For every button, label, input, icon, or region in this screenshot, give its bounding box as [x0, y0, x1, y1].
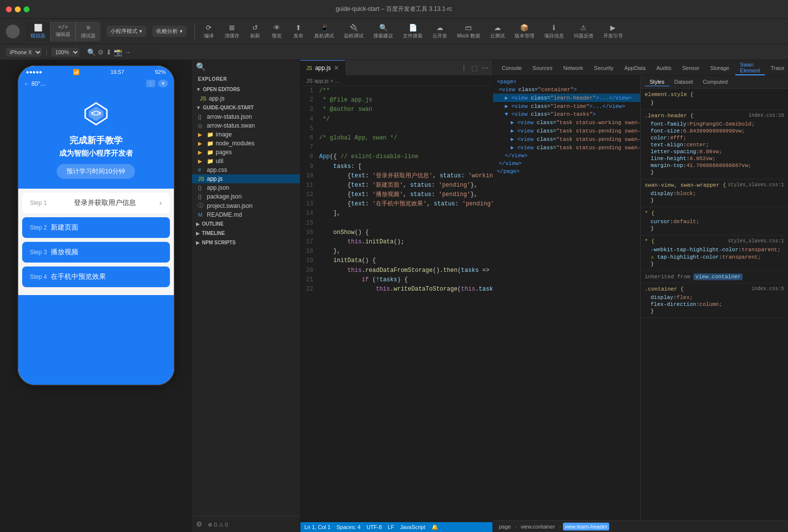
version-mgmt-button[interactable]: 📦 版本管理: [511, 22, 538, 41]
search-icon[interactable]: 🔍: [194, 61, 208, 73]
tab-dataset[interactable]: Dataset: [669, 78, 698, 86]
folder-node-modules[interactable]: ▶ 📁 node_modules: [192, 139, 300, 148]
tab-appjs[interactable]: JS app.js ✕: [300, 60, 345, 75]
file-arrow-status-swan[interactable]: ◇ arrow-status.swan: [192, 121, 300, 130]
chevron-right-icon: ▶: [196, 231, 200, 236]
tab-sources[interactable]: Sources: [527, 60, 557, 75]
remote-debug-button[interactable]: 🔌 远程调试: [340, 22, 367, 41]
tab-computed[interactable]: Computed: [698, 78, 733, 86]
mode-dropdown[interactable]: 小程序模式 ▾: [106, 26, 146, 37]
folder-icon2: 📁: [207, 132, 214, 138]
avatar[interactable]: [6, 25, 20, 38]
breadcrumb-learn-header[interactable]: view.learn-header: [563, 523, 610, 531]
npm-scripts-toggle[interactable]: ▶ NPM SCRIPTS: [192, 238, 300, 247]
dom-line-close-container[interactable]: </view>: [493, 160, 640, 167]
css-file-icon: #: [198, 167, 205, 173]
close-icon[interactable]: ✕: [158, 80, 168, 87]
open-editors-toggle[interactable]: ▼ OPEN EDITORS: [192, 85, 300, 94]
split-editor-icon[interactable]: ⋮: [460, 64, 467, 72]
simulator-button[interactable]: ⬜ 模拟器: [26, 22, 51, 41]
more-icon[interactable]: ⋯: [482, 64, 489, 72]
step-item-1[interactable]: Step 1 登录并获取用户信息 ›: [22, 193, 170, 213]
settings-icon[interactable]: ⚙: [196, 520, 202, 528]
chevron-down-icon: ▾: [139, 28, 142, 34]
publish-button[interactable]: ⬆ 发布: [289, 22, 308, 41]
cloud-dev-button[interactable]: ☁ 云开发: [428, 22, 451, 41]
layout-icon[interactable]: ⬚: [471, 64, 478, 72]
folder-image[interactable]: ▶ 📁 image: [192, 130, 300, 139]
tab-sensor[interactable]: Sensor: [677, 60, 704, 75]
issues-button[interactable]: ⚠ 问题反馈: [570, 22, 597, 41]
tab-trace[interactable]: Trace: [766, 60, 788, 75]
deps-dropdown[interactable]: 依赖分析 ▾: [152, 26, 187, 37]
window-title: guide-quick-start – 百度开发者工具 3.13.1-rc: [336, 5, 453, 13]
file-app-json[interactable]: {} app.json: [192, 183, 300, 192]
dom-line-task-1[interactable]: ▶ <view class="task status-pending swan-…: [493, 127, 640, 135]
dom-line-task-3[interactable]: ▶ <view class="task status-pending swan-…: [493, 143, 640, 152]
project-toggle[interactable]: ▼ GUIDE-QUICK-START: [192, 103, 300, 112]
tab-swan-element[interactable]: Swan Element: [735, 60, 765, 75]
tab-styles[interactable]: Styles: [645, 78, 669, 86]
tab-security[interactable]: Security: [589, 60, 619, 75]
fullscreen-button[interactable]: [24, 6, 30, 12]
close-button[interactable]: [6, 6, 12, 12]
dom-line-page[interactable]: <page>: [493, 78, 640, 86]
dom-line-learn-time[interactable]: ▶ <view class="learn-time">...</view>: [493, 102, 640, 110]
file-app-css[interactable]: # app.css: [192, 166, 300, 174]
preview-button[interactable]: 👁 预览: [267, 22, 287, 41]
tab-audits[interactable]: Audits: [652, 60, 677, 75]
file-search-button[interactable]: 📄 文件搜索: [399, 22, 427, 41]
real-debug-button[interactable]: 📱 真机调试: [310, 22, 338, 41]
file-project-swan-json[interactable]: ⓘ project.swan.json: [192, 201, 300, 210]
mock-data-button[interactable]: 🗃 Mock 数据: [453, 22, 484, 41]
editor-button[interactable]: </> 编辑器: [51, 22, 76, 41]
chevron-down-icon: ▾: [180, 28, 183, 34]
style-close: }: [645, 261, 784, 267]
file-package-json[interactable]: {} package.json: [192, 192, 300, 201]
tab-appdata[interactable]: AppData: [620, 60, 651, 75]
breadcrumb-page[interactable]: page: [497, 523, 513, 531]
dom-line-learn-tasks[interactable]: ▼ <view class="learn-tasks">: [493, 110, 640, 118]
search-suggest-button[interactable]: 🔍 搜索建议: [369, 22, 397, 41]
project-info-button[interactable]: ℹ 项目信息: [540, 22, 568, 41]
compile-button[interactable]: ⟳ 编译: [199, 22, 219, 41]
refresh-button[interactable]: ↺ 刷新: [245, 22, 265, 41]
step-item-2[interactable]: Step 2 新建页面: [22, 217, 170, 238]
tab-network[interactable]: Network: [558, 60, 588, 75]
tab-storage[interactable]: Storage: [705, 60, 734, 75]
breadcrumb-container[interactable]: view.container: [519, 523, 557, 531]
inherited-label: inherited from view.container: [645, 274, 784, 280]
code-editor[interactable]: 1 /** 2 * @file app.js 3 * @author swan …: [300, 86, 492, 522]
file-arrow-status-json[interactable]: {} arrow-status.json: [192, 112, 300, 121]
dom-line-close-view[interactable]: </view>: [493, 152, 640, 160]
debugger-button[interactable]: ≡ 调试器: [76, 22, 100, 41]
dom-line-task-0[interactable]: ▶ <view class="task status-working swan-…: [493, 118, 640, 127]
phone-cta-button[interactable]: 预计学习时间10分钟: [57, 164, 134, 179]
main-btn-group: ⬜ 模拟器 </> 编辑器 ≡ 调试器: [26, 22, 100, 41]
cloud-test-button[interactable]: ☁ 云测试: [486, 22, 509, 41]
step-item-3[interactable]: Step 3 播放视频: [22, 242, 170, 263]
dom-line-task-2[interactable]: ▶ <view class="task status-pending swan-…: [493, 135, 640, 143]
minimize-button[interactable]: [15, 6, 21, 12]
tab-console[interactable]: Console: [497, 60, 526, 75]
dev-guide-button[interactable]: ▶ 开发引导: [599, 22, 627, 41]
more-icon[interactable]: ⋮: [146, 80, 155, 87]
zoom-select[interactable]: 100%: [51, 48, 79, 57]
version-mgmt-icon: 📦: [520, 24, 528, 32]
step-item-4[interactable]: Step 4 在手机中预览效果: [22, 266, 170, 287]
clear-button[interactable]: ⊠ 清缓存: [221, 22, 243, 41]
open-file-appjs[interactable]: JS app.js: [192, 94, 300, 103]
dom-line-container[interactable]: <view class="container">: [493, 86, 640, 94]
file-app-js[interactable]: JS app.js: [192, 174, 300, 183]
phone-header: <> 完成新手教学 成为智能小程序开发者 预计学习时间10分钟: [18, 89, 174, 189]
folder-pages[interactable]: ▶ 📁 pages: [192, 148, 300, 157]
close-tab-icon[interactable]: ✕: [334, 65, 339, 71]
dom-line-close-page[interactable]: </page>: [493, 167, 640, 175]
file-readme[interactable]: M README.md: [192, 210, 300, 219]
folder-util[interactable]: ▶ 📁 util: [192, 157, 300, 166]
back-icon: ← 80°...: [24, 80, 45, 87]
device-select[interactable]: iPhone X: [6, 48, 42, 57]
timeline-toggle[interactable]: ▶ TIMELINE: [192, 229, 300, 238]
outline-toggle[interactable]: ▶ OUTLINE: [192, 219, 300, 229]
dom-line-learn-header[interactable]: ▶ <view class="learn-header">...</view>: [493, 94, 640, 102]
